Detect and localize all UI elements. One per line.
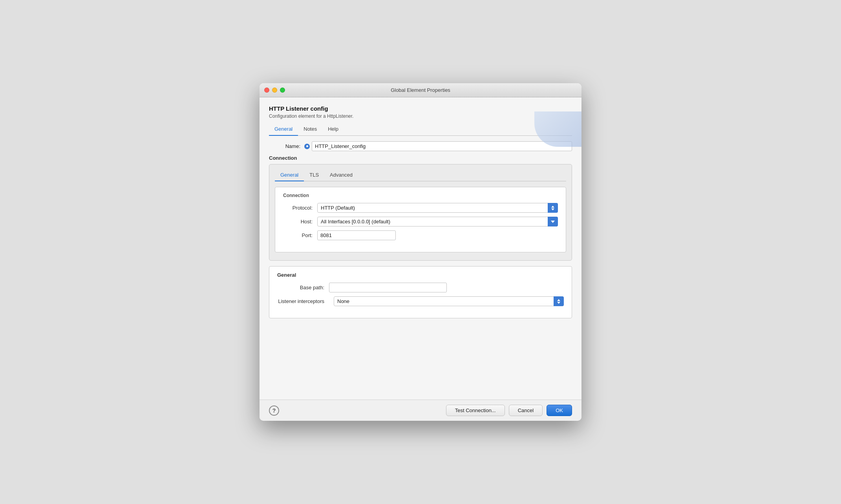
title-bar: Global Element Properties: [260, 83, 581, 97]
inner-tab-advanced[interactable]: Advanced: [324, 170, 358, 181]
name-input[interactable]: [312, 141, 572, 151]
inner-tab-general[interactable]: General: [275, 170, 304, 181]
test-connection-button[interactable]: Test Connection...: [446, 405, 505, 416]
base-path-label: Base path:: [277, 285, 324, 290]
window-title: Global Element Properties: [391, 87, 450, 93]
connection-section-title: Connection: [283, 193, 558, 198]
general-section-title: General: [277, 272, 564, 278]
connection-label: Connection: [269, 155, 572, 161]
inner-tabs: General TLS Advanced: [275, 170, 566, 181]
host-select[interactable]: All Interfaces [0.0.0.0] (default) local…: [317, 217, 558, 226]
inner-panel: General TLS Advanced Connection Protocol…: [269, 164, 572, 261]
minimize-button[interactable]: [272, 88, 277, 93]
general-section: General Base path: Listener interceptors…: [269, 266, 572, 318]
outer-tabs: General Notes Help: [269, 124, 572, 136]
host-select-wrapper: All Interfaces [0.0.0.0] (default) local…: [317, 217, 558, 226]
protocol-select-wrapper: HTTP (Default) HTTPS: [317, 203, 558, 213]
dialog-body: HTTP Listener config Configuration eleme…: [260, 97, 581, 400]
dialog-heading: HTTP Listener config: [269, 105, 572, 112]
port-input[interactable]: [317, 230, 396, 240]
close-button[interactable]: [264, 88, 269, 93]
port-row: Port:: [283, 230, 558, 240]
help-button[interactable]: ?: [269, 405, 279, 416]
listener-interceptors-wrapper: None: [334, 296, 564, 306]
protocol-label: Protocol:: [283, 205, 313, 211]
protocol-row: Protocol: HTTP (Default) HTTPS: [283, 203, 558, 213]
host-row: Host: All Interfaces [0.0.0.0] (default)…: [283, 217, 558, 226]
cancel-button[interactable]: Cancel: [509, 405, 543, 416]
footer: ? Test Connection... Cancel OK: [260, 400, 581, 421]
name-field-row: Name:: [269, 141, 572, 151]
tab-general[interactable]: General: [269, 124, 298, 136]
host-label: Host:: [283, 219, 313, 225]
name-input-wrapper: [304, 141, 572, 151]
protocol-select[interactable]: HTTP (Default) HTTPS: [317, 203, 558, 213]
dialog-header: HTTP Listener config Configuration eleme…: [269, 105, 572, 119]
listener-interceptors-row: Listener interceptors None: [277, 296, 564, 306]
connection-box: Connection Protocol: HTTP (Default) HTTP…: [275, 187, 566, 252]
dialog-description: Configuration element for a HttpListener…: [269, 113, 572, 119]
listener-interceptors-select[interactable]: None: [334, 296, 564, 306]
footer-right: Test Connection... Cancel OK: [446, 405, 572, 416]
base-path-input[interactable]: [329, 283, 447, 292]
base-path-row: Base path:: [277, 283, 564, 292]
tab-notes[interactable]: Notes: [298, 124, 322, 136]
listener-interceptors-label: Listener interceptors: [277, 298, 324, 304]
tab-help[interactable]: Help: [322, 124, 344, 136]
maximize-button[interactable]: [280, 88, 285, 93]
dialog-window: Global Element Properties HTTP Listener …: [260, 83, 581, 421]
traffic-lights: [264, 88, 285, 93]
name-icon: [304, 144, 310, 149]
name-label: Name:: [269, 143, 300, 149]
footer-left: ?: [269, 405, 446, 416]
inner-tab-tls[interactable]: TLS: [304, 170, 324, 181]
ok-button[interactable]: OK: [547, 405, 572, 416]
port-label: Port:: [283, 232, 313, 238]
